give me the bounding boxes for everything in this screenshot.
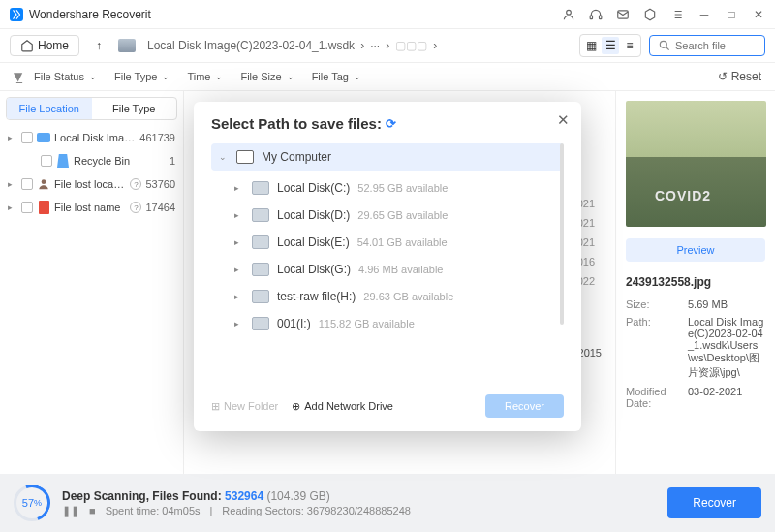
drive-icon xyxy=(252,263,269,276)
tree-item[interactable]: ▸Local Disk Ima...(C)20461739 xyxy=(6,126,177,149)
preview-button[interactable]: Preview xyxy=(626,238,765,262)
help-icon[interactable]: ? xyxy=(130,202,141,213)
svg-point-0 xyxy=(567,10,572,15)
path-drive[interactable]: ▸Local Disk(C:)52.95 GB available xyxy=(211,174,564,202)
chevron-right-icon: › xyxy=(360,39,364,52)
save-path-modal: ✕ Select Path to save files:⟳ ⌄ My Compu… xyxy=(194,102,581,431)
new-folder-button[interactable]: ⊞ New Folder xyxy=(211,400,278,413)
filter-size[interactable]: File Size xyxy=(234,69,299,84)
search-box[interactable] xyxy=(649,35,765,56)
add-network-drive-button[interactable]: ⊕ Add Network Drive xyxy=(292,400,393,413)
tree-count: 53760 xyxy=(145,178,175,190)
minimize-icon[interactable]: ─ xyxy=(698,8,711,21)
path-drive[interactable]: ▸Local Disk(D:)29.65 GB available xyxy=(211,202,564,229)
help-icon[interactable]: ? xyxy=(130,178,141,190)
modal-recover-button[interactable]: Recover xyxy=(485,394,564,418)
app-title: Wondershare Recoverit xyxy=(29,8,562,21)
tree-item[interactable]: Recycle Bin1 xyxy=(6,149,177,172)
drive-icon xyxy=(252,181,269,195)
drive-icon xyxy=(252,235,269,249)
drive-icon xyxy=(252,290,269,303)
spent-time: Spent time: 04m05s xyxy=(106,505,201,516)
thumbnail xyxy=(626,101,766,227)
filter-type[interactable]: File Type xyxy=(108,69,175,84)
checkbox[interactable] xyxy=(21,178,33,190)
grid-view-icon[interactable]: ▦ xyxy=(582,37,600,54)
home-label: Home xyxy=(38,39,69,52)
modal-title: Select Path to save files:⟳ xyxy=(211,115,564,132)
search-icon xyxy=(658,39,671,52)
file-red-icon xyxy=(37,201,50,214)
svg-point-4 xyxy=(660,41,666,47)
meta-size-key: Size: xyxy=(626,298,688,310)
chevron-right-icon: ▸ xyxy=(234,183,244,193)
modal-close-button[interactable]: ✕ xyxy=(557,111,570,129)
tab-file-type[interactable]: File Type xyxy=(92,98,177,119)
chevron-right-icon: ▸ xyxy=(234,237,244,247)
headset-icon[interactable] xyxy=(589,8,603,21)
up-button[interactable]: ↑ xyxy=(87,34,110,57)
path-my-computer[interactable]: ⌄ My Computer xyxy=(211,143,564,171)
drive-icon xyxy=(252,208,269,222)
path-drive[interactable]: ▸001(I:)115.82 GB available xyxy=(211,310,564,337)
pause-icon[interactable]: ❚❚ xyxy=(62,505,79,517)
search-input[interactable] xyxy=(675,40,753,51)
stop-icon[interactable]: ■ xyxy=(89,505,96,516)
breadcrumb[interactable]: Local Disk Image(C)2023-02-04_1.wsdk › ·… xyxy=(147,39,572,52)
tree-label: File lost name xyxy=(54,202,126,213)
chevron-right-icon: ▸ xyxy=(234,319,244,329)
computer-icon xyxy=(236,150,254,164)
filter-status[interactable]: File Status xyxy=(28,69,103,84)
tree-count: 461739 xyxy=(140,132,175,143)
sidebar: File Location File Type ▸Local Disk Ima.… xyxy=(0,91,184,474)
app-logo-icon xyxy=(10,8,23,21)
reset-button[interactable]: ↺ Reset xyxy=(718,70,761,83)
user-icon[interactable] xyxy=(562,8,575,21)
path-drive[interactable]: ▸Local Disk(E:)54.01 GB available xyxy=(211,229,564,256)
hexagon-icon[interactable] xyxy=(643,8,657,21)
mail-icon[interactable] xyxy=(616,8,630,21)
person-icon xyxy=(37,177,50,191)
recycle-icon xyxy=(56,154,70,168)
scan-status: Deep Scanning, Files Found: 532964 (104.… xyxy=(62,489,411,503)
svg-rect-1 xyxy=(590,16,592,19)
close-icon[interactable]: ✕ xyxy=(752,8,765,21)
meta-size-val: 5.69 MB xyxy=(688,298,765,310)
scrollbar[interactable] xyxy=(560,143,564,325)
filter-tag[interactable]: File Tag xyxy=(306,69,367,84)
meta-path-val: Local Disk Image(C)2023-02-04_1.wsdk\Use… xyxy=(688,316,765,380)
filter-time[interactable]: Time xyxy=(181,69,229,84)
tree-count: 1 xyxy=(170,155,175,167)
recover-button[interactable]: Recover xyxy=(667,487,761,518)
chevron-down-icon: ⌄ xyxy=(219,152,229,162)
chevron-right-icon: › xyxy=(433,39,437,52)
path-drive[interactable]: ▸test-raw file(H:)29.63 GB available xyxy=(211,283,564,310)
chevron-right-icon: ▸ xyxy=(234,265,244,274)
path-list: ⌄ My Computer ▸Local Disk(C:)52.95 GB av… xyxy=(211,143,564,385)
preview-pane: Preview 2439132558.jpg Size:5.69 MB Path… xyxy=(615,91,775,474)
checkbox[interactable] xyxy=(41,155,52,167)
home-button[interactable]: Home xyxy=(10,35,79,56)
tab-file-location[interactable]: File Location xyxy=(7,98,92,119)
maximize-icon[interactable]: □ xyxy=(725,8,738,21)
home-icon xyxy=(20,39,34,52)
tree-label: File lost location xyxy=(54,178,126,190)
tree-label: Recycle Bin xyxy=(74,155,166,167)
checkbox[interactable] xyxy=(21,132,33,143)
progress-percent: 57 xyxy=(22,497,34,509)
refresh-icon[interactable]: ⟳ xyxy=(386,116,396,131)
list-view-icon[interactable]: ≡ xyxy=(621,37,638,54)
folder-plus-icon: ⊞ xyxy=(211,400,220,413)
files-found-count: 532964 xyxy=(225,489,264,503)
path-drive[interactable]: ▸Local Disk(G:)4.96 MB available xyxy=(211,256,564,283)
checkbox[interactable] xyxy=(21,202,33,213)
list-icon[interactable] xyxy=(670,8,684,21)
filters-bar: ▼̲ File Status File Type Time File Size … xyxy=(0,62,775,91)
tree-item[interactable]: ▸File lost name?17464 xyxy=(6,196,177,219)
preview-filename: 2439132558.jpg xyxy=(626,275,765,289)
tree-item[interactable]: ▸File lost location?53760 xyxy=(6,172,177,196)
detail-view-icon[interactable]: ☰ xyxy=(602,37,619,54)
tree-label: Local Disk Ima...(C)20 xyxy=(54,132,136,143)
breadcrumb-blur: ▢▢▢ xyxy=(395,39,427,52)
filter-icon[interactable]: ▼̲ xyxy=(14,70,22,83)
